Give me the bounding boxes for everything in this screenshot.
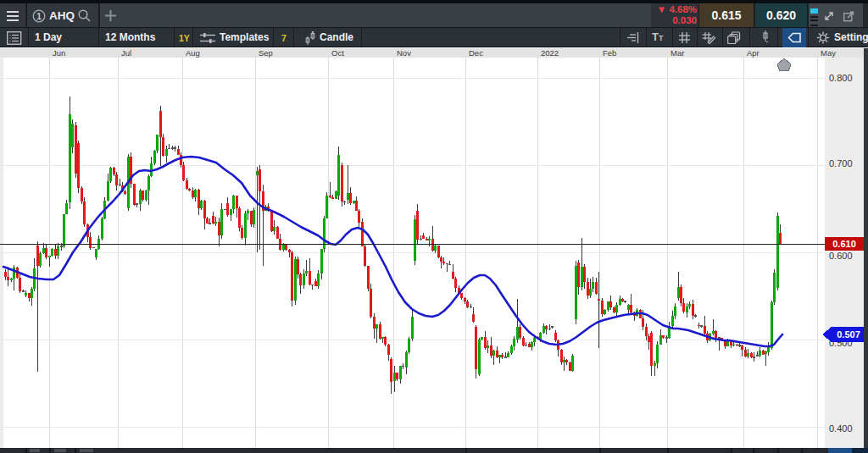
svg-text:Sep: Sep [259,48,273,58]
svg-text:Nov: Nov [397,48,411,58]
svg-text:1: 1 [36,12,42,21]
svg-text:0.400: 0.400 [829,423,853,434]
svg-text:0.600: 0.600 [829,251,853,261]
svg-text:May: May [821,48,836,58]
svg-text:Dec: Dec [469,48,483,58]
svg-text:Jul: Jul [121,48,131,58]
svg-text:Oct: Oct [331,48,344,58]
svg-text:Feb: Feb [603,48,616,58]
svg-text:0.800: 0.800 [829,73,853,83]
svg-text:0.507: 0.507 [837,329,860,340]
svg-text:0.610: 0.610 [832,239,856,249]
svg-text:2022: 2022 [541,48,559,58]
svg-text:Aug: Aug [186,48,200,58]
svg-text:Mar: Mar [670,48,684,58]
svg-text:Jun: Jun [53,48,65,58]
svg-text:0.700: 0.700 [829,158,853,168]
svg-text:Apr: Apr [747,48,760,58]
